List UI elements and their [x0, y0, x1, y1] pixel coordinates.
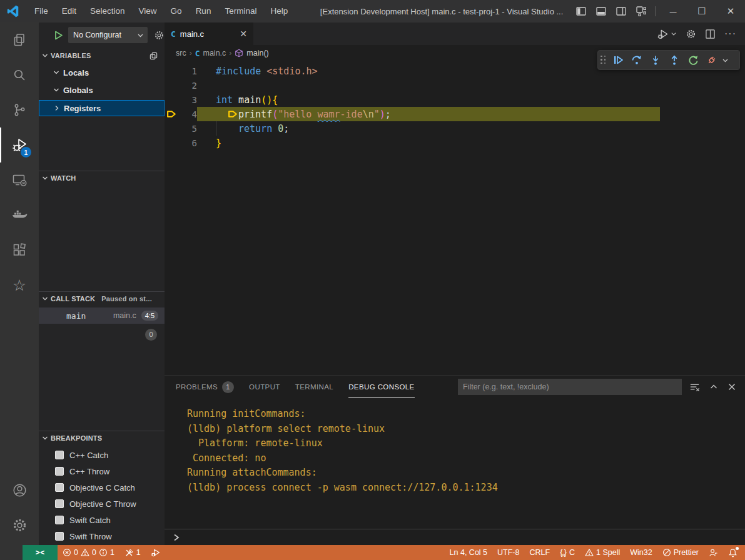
sidebar-item-remote-explorer[interactable]	[0, 162, 39, 198]
menu-terminal[interactable]: Terminal	[218, 0, 263, 22]
sidebar-item-docker[interactable]	[0, 198, 39, 232]
copy-icon[interactable]	[149, 51, 158, 61]
accounts-button[interactable]	[0, 472, 39, 508]
chevron-down-icon[interactable]	[722, 57, 729, 64]
breadcrumb-file[interactable]: main.c	[203, 49, 226, 58]
menu-edit[interactable]: Edit	[55, 0, 83, 22]
maximize-panel-icon[interactable]	[709, 382, 718, 391]
run-or-debug-button[interactable]	[657, 28, 677, 40]
code-line-4-current[interactable]: 4 printf("hello wamr-ide\n");	[165, 107, 745, 121]
breakpoint-swift-catch[interactable]: Swift Catch	[39, 512, 165, 528]
language-mode[interactable]: { } C	[555, 545, 580, 560]
code-line-5[interactable]: 5 return 0;	[165, 121, 745, 136]
notifications-button[interactable]	[723, 545, 745, 560]
debug-configuration-select[interactable]: No Configurat	[68, 27, 148, 43]
menu-run[interactable]: Run	[189, 0, 218, 22]
tab-debug-console[interactable]: DEBUG CONSOLE	[348, 376, 415, 398]
tab-terminal[interactable]: TERMINAL	[295, 376, 333, 398]
problems-status[interactable]: 0 0 1	[58, 545, 119, 560]
restart-button[interactable]	[684, 51, 702, 69]
tab-main-c[interactable]: C main.c ✕	[165, 22, 253, 45]
sidebar-item-search[interactable]	[0, 58, 39, 92]
toggle-panel-icon[interactable]	[596, 6, 606, 16]
sidebar-item-explorer[interactable]	[0, 22, 39, 58]
variables-globals-row[interactable]: Globals	[39, 82, 165, 98]
checkbox[interactable]	[55, 499, 64, 508]
code-line-6[interactable]: 6 }	[165, 136, 745, 150]
breakpoint-objc-catch[interactable]: Objective C Catch	[39, 479, 165, 496]
breakpoint-cpp-throw[interactable]: C++ Throw	[39, 463, 165, 479]
title-bar: File Edit Selection View Go Run Terminal…	[0, 0, 745, 22]
code-line-2[interactable]: 2	[165, 78, 745, 92]
feedback-button[interactable]	[704, 545, 723, 560]
call-stack-thread-row[interactable]: 0	[39, 326, 165, 342]
debug-repl-input[interactable]	[165, 529, 745, 546]
customize-layout-icon[interactable]	[636, 6, 647, 17]
menu-file[interactable]: File	[28, 0, 55, 22]
toggle-sidebar-icon[interactable]	[576, 6, 586, 16]
checkbox[interactable]	[55, 483, 64, 492]
code-editor[interactable]: 1 #include <stdio.h> 2 3 int main(){ 4 p	[165, 61, 745, 375]
eol-selector[interactable]: CRLF	[524, 545, 555, 560]
encoding-selector[interactable]: UTF-8	[492, 545, 524, 560]
breadcrumb-symbol[interactable]: main()	[246, 49, 268, 58]
menu-go[interactable]: Go	[164, 0, 189, 22]
console-filter-input[interactable]	[458, 379, 682, 395]
menu-help[interactable]: Help	[263, 0, 295, 22]
continue-button[interactable]	[609, 51, 627, 69]
sidebar-item-run-debug[interactable]: 1	[0, 128, 39, 162]
maximize-button[interactable]: ☐	[687, 0, 716, 22]
spell-checker-status[interactable]: 1 Spell	[580, 545, 625, 560]
checkbox[interactable]	[55, 516, 64, 524]
drag-handle[interactable]	[601, 56, 607, 65]
clear-console-icon[interactable]	[689, 382, 700, 392]
code-line-3[interactable]: 3 int main(){	[165, 92, 745, 107]
remote-indicator[interactable]: ><	[23, 545, 58, 560]
tab-strip: C main.c ✕ ···	[165, 22, 745, 45]
platform-status[interactable]: Win32	[625, 545, 657, 560]
tab-output[interactable]: OUTPUT	[249, 376, 280, 398]
breakpoint-swift-throw[interactable]: Swift Throw	[39, 528, 165, 544]
editor-gear-icon[interactable]	[686, 29, 696, 39]
tab-problems[interactable]: PROBLEMS 1	[176, 376, 234, 398]
variables-registers-row[interactable]: Registers	[39, 100, 165, 116]
split-editor-icon[interactable]	[705, 29, 716, 39]
sidebar-item-extensions[interactable]	[0, 232, 39, 268]
call-stack-frame-row[interactable]: main main.c 4:5	[39, 308, 165, 324]
start-debug-button[interactable]	[54, 31, 63, 40]
watch-section-header[interactable]: WATCH	[39, 171, 165, 184]
close-tab-icon[interactable]: ✕	[240, 29, 247, 39]
variables-locals-row[interactable]: Locals	[39, 65, 165, 80]
close-panel-icon[interactable]	[727, 382, 736, 391]
step-out-button[interactable]	[666, 51, 683, 69]
call-stack-section-header[interactable]: CALL STACK Paused on st...	[39, 291, 165, 305]
more-actions-icon[interactable]: ···	[724, 28, 736, 39]
breakpoint-objc-throw[interactable]: Objective C Throw	[39, 496, 165, 512]
variables-section-header[interactable]: VARIABLES	[39, 49, 165, 62]
close-window-button[interactable]: ✕	[716, 0, 745, 22]
cursor-position[interactable]: Ln 4, Col 5	[445, 545, 492, 560]
menu-view[interactable]: View	[132, 0, 164, 22]
minimize-button[interactable]: ─	[659, 0, 687, 22]
checkbox[interactable]	[55, 467, 64, 476]
sidebar-item-favorites[interactable]: ☆	[0, 268, 39, 302]
disconnect-button[interactable]	[703, 51, 721, 69]
toggle-secondary-sidebar-icon[interactable]	[616, 6, 626, 16]
console-line: Running attachCommands:	[187, 466, 745, 481]
current-statement-gutter[interactable]	[165, 109, 181, 119]
formatter-status[interactable]: Prettier	[657, 545, 704, 560]
checkbox[interactable]	[55, 451, 64, 459]
breakpoint-cpp-catch[interactable]: C++ Catch	[39, 447, 165, 463]
call-stack-status: Paused on st...	[101, 295, 152, 302]
checkbox[interactable]	[55, 532, 64, 541]
menu-selection[interactable]: Selection	[83, 0, 132, 22]
configure-gear-icon[interactable]	[154, 30, 165, 41]
step-over-button[interactable]	[628, 51, 646, 69]
sidebar-item-source-control[interactable]	[0, 92, 39, 128]
settings-button[interactable]	[0, 508, 39, 542]
breadcrumb-folder[interactable]: src	[176, 49, 186, 58]
step-into-button[interactable]	[647, 51, 664, 69]
tools-status[interactable]: 1	[119, 545, 146, 560]
debug-status[interactable]	[146, 545, 166, 560]
breakpoints-section-header[interactable]: BREAKPOINTS	[39, 431, 165, 444]
